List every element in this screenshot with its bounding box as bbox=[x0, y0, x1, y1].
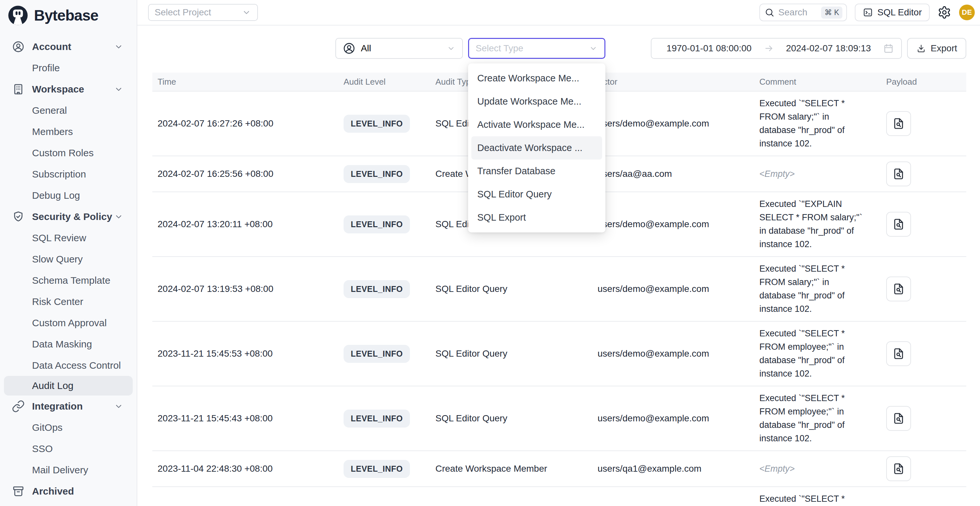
payload-view-button[interactable] bbox=[886, 406, 911, 431]
table-row: 2023-11-21 15:45:53 +08:00LEVEL_INFOSQL … bbox=[152, 321, 966, 387]
sidebar-section-integration[interactable]: Integration bbox=[0, 396, 137, 417]
sidebar-section-workspace[interactable]: Workspace bbox=[0, 78, 137, 100]
sidebar-section-security-policy[interactable]: Security & Policy bbox=[0, 206, 137, 227]
chevron-down-icon bbox=[114, 401, 124, 411]
cell-time: 2023-11-21 15:45:43 +08:00 bbox=[152, 413, 338, 423]
sidebar-section-account[interactable]: Account bbox=[0, 36, 137, 57]
sidebar-item-label: Data Masking bbox=[32, 339, 92, 350]
file-search-icon bbox=[892, 412, 905, 425]
dropdown-option-sql-export[interactable]: SQL Export bbox=[471, 206, 602, 229]
payload-view-button[interactable] bbox=[886, 456, 911, 481]
payload-view-button[interactable] bbox=[886, 341, 911, 366]
payload-view-button[interactable] bbox=[886, 161, 911, 186]
sidebar-item-label: Risk Center bbox=[32, 296, 83, 307]
cell-actor: users/demo@example.com bbox=[592, 413, 754, 423]
cell-actor: users/demo@example.com bbox=[592, 348, 754, 359]
level-badge: LEVEL_INFO bbox=[344, 410, 410, 428]
sidebar-item-slow-query[interactable]: Slow Query bbox=[0, 248, 137, 270]
sidebar-item-debug-log[interactable]: Debug Log bbox=[0, 185, 137, 206]
project-select[interactable]: Select Project bbox=[148, 4, 258, 21]
sidebar-item-profile[interactable]: Profile bbox=[0, 57, 137, 78]
sidebar-item-label: SSO bbox=[32, 443, 52, 454]
bytebase-logo[interactable]: Bytebase bbox=[0, 0, 137, 31]
sql-editor-button[interactable]: SQL Editor bbox=[855, 3, 930, 21]
column-header-payload: Payload bbox=[881, 77, 966, 87]
cell-audit-type: SQL Editor Query bbox=[430, 284, 592, 294]
date-range-picker[interactable]: 1970-01-01 08:00:00 2024-02-07 18:09:13 bbox=[651, 38, 902, 59]
export-label: Export bbox=[931, 43, 957, 54]
type-filter-select[interactable]: Select Type bbox=[468, 38, 605, 59]
sidebar-item-sql-review[interactable]: SQL Review bbox=[0, 227, 137, 248]
dropdown-option-deactivate-workspace[interactable]: Deactivate Workspace ... bbox=[471, 136, 602, 159]
sidebar-item-subscription[interactable]: Subscription bbox=[0, 164, 137, 185]
sidebar-item-label: Schema Template bbox=[32, 275, 110, 286]
cell-audit-level: LEVEL_INFO bbox=[338, 345, 430, 363]
sidebar-item-audit-log[interactable]: Audit Log bbox=[4, 376, 133, 396]
sidebar-item-label: Custom Approval bbox=[32, 317, 107, 328]
date-range-end[interactable]: 2024-02-07 18:09:13 bbox=[786, 43, 871, 54]
chevron-down-icon bbox=[242, 8, 251, 18]
export-button[interactable]: Export bbox=[907, 38, 966, 59]
sidebar-nav: AccountProfileWorkspaceGeneralMembersCus… bbox=[0, 36, 137, 502]
cell-payload bbox=[881, 456, 966, 481]
sidebar-item-label: Members bbox=[32, 126, 73, 137]
project-select-placeholder: Select Project bbox=[154, 7, 211, 18]
sidebar-item-label: SQL Review bbox=[32, 232, 86, 243]
cell-audit-level: LEVEL_INFO bbox=[338, 460, 430, 478]
cell-comment: Executed `"SELECT * FROM salary;"` in da… bbox=[754, 262, 881, 316]
chevron-down-icon bbox=[447, 44, 456, 53]
cell-audit-type: SQL Editor Query bbox=[430, 413, 592, 423]
column-header-audit-level: Audit Level bbox=[338, 77, 430, 87]
level-badge: LEVEL_INFO bbox=[344, 215, 410, 233]
sidebar-item-data-access-control[interactable]: Data Access Control bbox=[0, 355, 137, 376]
filter-bar: All Select Type 1970-01-01 08:00:00 2024… bbox=[137, 38, 980, 59]
level-badge: LEVEL_INFO bbox=[344, 165, 410, 183]
search-input[interactable]: Search ⌘ K bbox=[759, 3, 847, 21]
cell-actor: users/demo@example.com bbox=[592, 284, 754, 294]
sidebar-item-risk-center[interactable]: Risk Center bbox=[0, 291, 137, 312]
dropdown-option-update-workspace-me[interactable]: Update Workspace Me... bbox=[471, 90, 602, 113]
cell-comment: Executed `"SELECT * FROM employee;"` in … bbox=[754, 327, 881, 380]
table-row: 2024-02-07 13:19:53 +08:00LEVEL_INFOSQL … bbox=[152, 257, 966, 321]
payload-view-button[interactable] bbox=[886, 212, 911, 237]
cell-payload bbox=[881, 341, 966, 366]
sidebar-item-gitops[interactable]: GitOps bbox=[0, 417, 137, 438]
sidebar-item-label: Mail Delivery bbox=[32, 465, 88, 476]
cell-audit-level: LEVEL_INFO bbox=[338, 115, 430, 133]
actor-filter-select[interactable]: All bbox=[336, 38, 463, 59]
sidebar-item-label: General bbox=[32, 105, 67, 116]
gear-icon[interactable] bbox=[937, 6, 951, 19]
sidebar-item-label: Account bbox=[32, 41, 71, 52]
avatar[interactable]: DE bbox=[959, 5, 975, 20]
sidebar-item-custom-roles[interactable]: Custom Roles bbox=[0, 142, 137, 164]
cell-payload bbox=[881, 161, 966, 186]
user-circle-icon bbox=[342, 42, 356, 55]
sidebar-item-sso[interactable]: SSO bbox=[0, 438, 137, 459]
dropdown-option-create-workspace-me[interactable]: Create Workspace Me... bbox=[471, 67, 602, 90]
cell-audit-type: Create Workspace Member bbox=[430, 463, 592, 474]
dropdown-option-activate-workspace-me[interactable]: Activate Workspace Me... bbox=[471, 113, 602, 136]
sidebar-item-members[interactable]: Members bbox=[0, 121, 137, 142]
type-filter-placeholder: Select Type bbox=[476, 43, 523, 54]
dropdown-option-transfer-database[interactable]: Transfer Database bbox=[471, 159, 602, 183]
sidebar-item-mail-delivery[interactable]: Mail Delivery bbox=[0, 459, 137, 481]
payload-view-button[interactable] bbox=[886, 111, 911, 136]
cell-audit-level: LEVEL_INFO bbox=[338, 410, 430, 428]
sidebar-item-schema-template[interactable]: Schema Template bbox=[0, 270, 137, 291]
payload-view-button[interactable] bbox=[886, 277, 911, 301]
sidebar-item-label: Integration bbox=[32, 401, 83, 412]
sidebar-section-archived[interactable]: Archived bbox=[0, 481, 137, 502]
sidebar-item-general[interactable]: General bbox=[0, 100, 137, 121]
cell-audit-level: LEVEL_INFO bbox=[338, 280, 430, 298]
sql-editor-label: SQL Editor bbox=[877, 7, 922, 18]
chevron-down-icon bbox=[589, 44, 598, 53]
cell-payload bbox=[881, 212, 966, 237]
sidebar-item-label: Audit Log bbox=[32, 380, 73, 391]
sidebar-item-custom-approval[interactable]: Custom Approval bbox=[0, 312, 137, 333]
sidebar-item-label: Security & Policy bbox=[32, 211, 112, 222]
terminal-icon bbox=[863, 7, 873, 18]
date-range-start[interactable]: 1970-01-01 08:00:00 bbox=[667, 43, 751, 54]
sidebar-item-data-masking[interactable]: Data Masking bbox=[0, 333, 137, 355]
search-shortcut-badge: ⌘ K bbox=[821, 6, 842, 19]
dropdown-option-sql-editor-query[interactable]: SQL Editor Query bbox=[471, 183, 602, 206]
